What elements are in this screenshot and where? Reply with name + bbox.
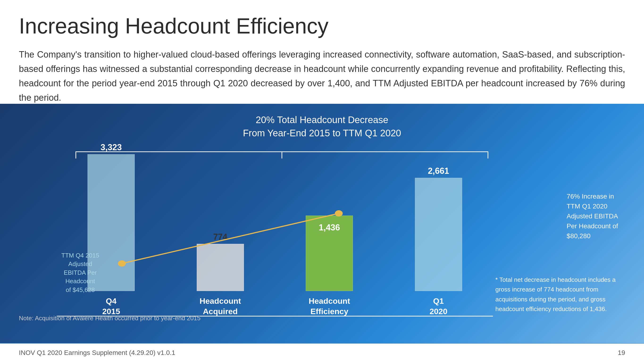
right-annotation: 76% Increase in TTM Q1 2020 Adjusted EBI… xyxy=(567,192,618,241)
footer: INOV Q1 2020 Earnings Supplement (4.29.2… xyxy=(0,343,644,362)
bottom-note: * Total net decrease in headcount includ… xyxy=(496,275,618,314)
page-title: Increasing Headcount Efficiency xyxy=(19,14,625,38)
bracket-left xyxy=(76,152,76,158)
bar-label-acquired: HeadcountAcquired xyxy=(200,296,241,316)
bar-label-q1: Q12020 xyxy=(430,296,448,316)
bracket-arrow xyxy=(282,152,282,158)
chart-note: Note: Acquisition of Avalere Health occu… xyxy=(19,314,200,322)
bar-rect-acquired xyxy=(197,244,244,291)
bracket xyxy=(76,152,488,163)
chart-section: 20% Total Headcount Decrease From Year-E… xyxy=(0,104,644,343)
bar-q1-2020: 2,661 Q12020 xyxy=(415,178,462,316)
footer-right: 19 xyxy=(618,349,625,356)
description-text: The Company's transition to higher-value… xyxy=(19,48,625,105)
footer-left: INOV Q1 2020 Earnings Supplement (4.29.2… xyxy=(19,349,175,356)
bar-value-efficiency: 1,436 xyxy=(319,222,340,232)
bar-value-q1: 2,661 xyxy=(428,166,449,176)
bar-label-q4: Q42015 xyxy=(102,296,120,316)
ttm-q4-annotation: TTM Q4 2015 Adjusted EBITDA Per Headcoun… xyxy=(61,251,99,294)
bar-rect-q1 xyxy=(415,178,462,291)
bar-label-efficiency: HeadcountEfficiency xyxy=(308,296,350,316)
chart-title: 20% Total Headcount Decrease From Year-E… xyxy=(14,113,630,140)
top-section: Increasing Headcount Efficiency The Comp… xyxy=(0,0,644,112)
bar-value-acquired: 774 xyxy=(213,232,228,242)
bar-value-q4: 3,323 xyxy=(100,142,122,152)
bar-efficiency: 1,436 HeadcountEfficiency xyxy=(306,216,353,316)
bar-acquired: 774 HeadcountAcquired xyxy=(197,244,244,316)
bars-area: 3,323 Q42015 774 HeadcountAcquired 1,436 xyxy=(56,163,493,316)
bracket-right xyxy=(488,152,488,158)
